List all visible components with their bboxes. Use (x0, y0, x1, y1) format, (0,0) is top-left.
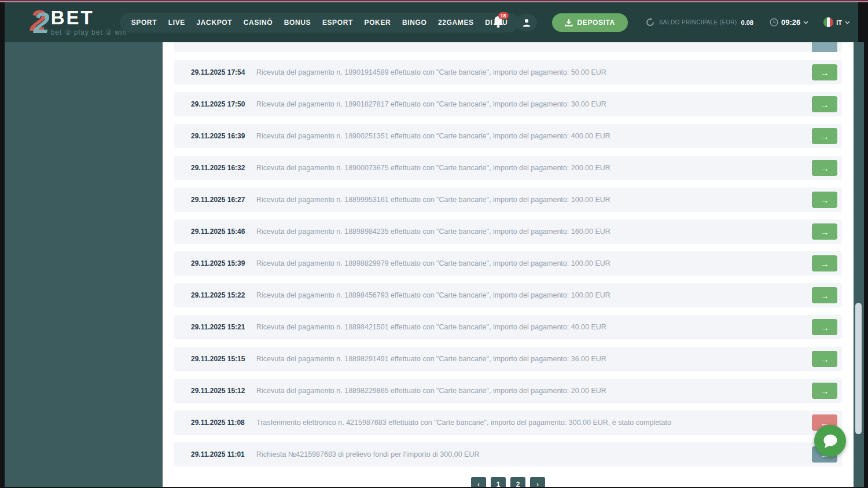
page-scrollbar-thumb[interactable] (855, 303, 862, 434)
arrow-right-icon: → (821, 131, 829, 141)
arrow-right-icon: → (821, 354, 829, 364)
transaction-row: 29.11.2025 15:15Ricevuta del pagamento n… (174, 347, 842, 371)
download-icon (565, 19, 573, 27)
transaction-date: 29.11.2025 11:01 (191, 450, 256, 458)
transaction-description: Ricevuta del pagamento n. 18898421501 ef… (256, 323, 812, 331)
transaction-date: 29.11.2025 17:50 (191, 100, 256, 108)
nav-item-bingo[interactable]: BINGO (402, 19, 426, 27)
arrow-right-icon: → (821, 386, 829, 396)
transaction-row: 29.11.2025 16:27Ricevuta del pagamento n… (174, 188, 842, 212)
refresh-icon[interactable] (645, 17, 655, 27)
deposit-button[interactable]: DEPOSITA (552, 13, 628, 32)
transaction-description: Ricevuta del pagamento n. 18898456793 ef… (256, 291, 812, 299)
language-code: IT (836, 19, 842, 26)
header-controls: 18 DEPOSITA SALDO P (492, 2, 850, 42)
time-value: 09:26 (781, 18, 800, 27)
transaction-row: 29.11.2025 15:12Ricevuta del pagamento n… (174, 379, 842, 403)
balance-label: SALDO PRINCIPALE (EUR) (659, 19, 737, 25)
transaction-row: 29.11.2025 15:46Ricevuta del pagamento n… (174, 219, 842, 244)
transaction-detail-button[interactable]: → (812, 255, 837, 271)
arrow-right-icon: → (821, 68, 829, 78)
logo-tagline: bet ② play bet ② win (51, 28, 127, 36)
language-selector[interactable]: IT (823, 17, 850, 27)
transaction-description: Ricevuta del pagamento n. 18898291491 ef… (256, 355, 812, 363)
page: 22 BET bet ② play bet ② win SPORTLIVEJAC… (0, 0, 868, 488)
transaction-description: Ricevuta del pagamento n. 18898984235 ef… (256, 228, 812, 236)
transaction-detail-button[interactable]: → (812, 223, 837, 240)
italy-flag-icon (823, 17, 833, 27)
transaction-row: 29.11.2025 17:50Ricevuta del pagamento n… (174, 92, 842, 116)
nav-item-bonus[interactable]: BONUS (284, 19, 311, 27)
transaction-date: 29.11.2025 17:54 (191, 68, 256, 76)
balance-display[interactable]: SALDO PRINCIPALE (EUR) 0.08 (645, 17, 753, 27)
nav-item-jackpot[interactable]: JACKPOT (197, 19, 233, 27)
transaction-description: Ricevuta del pagamento n. 18901827817 ef… (256, 100, 812, 108)
transaction-row: 29.11.2025 15:21Ricevuta del pagamento n… (174, 315, 842, 339)
transaction-detail-button[interactable]: → (812, 64, 837, 80)
transaction-date: 29.11.2025 15:39 (191, 259, 256, 267)
clock-icon (770, 18, 778, 27)
transaction-description: Ricevuta del pagamento n. 18900251351 ef… (256, 132, 812, 140)
time-selector[interactable]: 09:26 (770, 18, 808, 27)
logo-22-mark: 22 (30, 5, 47, 37)
notifications-button[interactable]: 18 (492, 15, 507, 30)
transaction-row: 29.11.2025 17:54Ricevuta del pagamento n… (174, 60, 842, 85)
deposit-button-label: DEPOSITA (578, 19, 615, 27)
notification-badge: 18 (498, 12, 509, 19)
transaction-row: 29.11.2025 11:01Richiesta №4215987683 di… (174, 442, 842, 467)
transaction-date: 29.11.2025 15:22 (191, 291, 256, 299)
arrow-right-icon: → (821, 322, 829, 332)
transaction-date: 29.11.2025 15:15 (191, 355, 256, 363)
transaction-detail-button[interactable]: → (812, 351, 837, 367)
account-button[interactable] (516, 14, 537, 31)
arrow-right-icon: → (821, 163, 829, 173)
arrow-right-icon: → (821, 100, 829, 109)
arrow-right-icon: → (821, 195, 829, 205)
arrow-right-icon: → (821, 227, 829, 237)
transaction-description: Trasferimento elettronico n. 4215987683 … (256, 419, 812, 427)
chevron-down-icon (845, 21, 850, 24)
transaction-description: Ricevuta del pagamento n. 18899953161 ef… (256, 196, 812, 204)
live-chat-button[interactable] (814, 425, 846, 457)
transaction-date: 29.11.2025 15:21 (191, 323, 256, 331)
chat-bubble-icon (822, 433, 839, 449)
transaction-detail-button[interactable]: → (812, 160, 837, 176)
transaction-date: 29.11.2025 11:08 (191, 419, 256, 427)
transaction-description: Ricevuta del pagamento n. 18898829979 ef… (256, 259, 812, 267)
nav-item-casin-[interactable]: CASINÒ (244, 19, 273, 27)
transaction-list: 29.11.2025 17:54Ricevuta del pagamento n… (174, 60, 842, 467)
transaction-row: 29.11.2025 15:39Ricevuta del pagamento n… (174, 251, 842, 276)
transaction-description: Richiesta №4215987683 di prelievo fondi … (256, 450, 812, 458)
transaction-date: 29.11.2025 16:27 (191, 196, 256, 204)
arrow-right-icon: → (821, 291, 829, 300)
transaction-detail-button[interactable]: → (812, 287, 837, 303)
transaction-row: 29.11.2025 16:39Ricevuta del pagamento n… (174, 124, 842, 148)
top-navigation-bar: 22 BET bet ② play bet ② win SPORTLIVEJAC… (5, 2, 858, 42)
balance-value: 0.08 (741, 19, 753, 26)
nav-item-poker[interactable]: POKER (365, 19, 391, 27)
transaction-row-partial (174, 42, 842, 52)
transaction-detail-button[interactable] (812, 42, 837, 52)
nav-item-esport[interactable]: ESPORT (322, 19, 353, 27)
logo-bet-text: BET (51, 9, 127, 27)
nav-item-sport[interactable]: SPORT (131, 19, 157, 27)
transaction-date: 29.11.2025 15:12 (191, 387, 256, 395)
left-sidebar (5, 42, 163, 488)
transaction-detail-button[interactable]: → (812, 128, 837, 144)
transaction-row: 29.11.2025 11:08Trasferimento elettronic… (174, 410, 842, 435)
transaction-description: Ricevuta del pagamento n. 18898229865 ef… (256, 387, 812, 395)
nav-item-live[interactable]: LIVE (168, 19, 185, 27)
transaction-detail-button[interactable]: → (812, 319, 837, 335)
transaction-detail-button[interactable]: → (812, 383, 837, 399)
transaction-date: 29.11.2025 16:39 (191, 132, 256, 140)
transaction-detail-button[interactable]: → (812, 192, 837, 208)
page-scrollbar-track[interactable] (854, 42, 864, 488)
transaction-detail-button[interactable]: → (812, 96, 837, 112)
transaction-row: 29.11.2025 16:32Ricevuta del pagamento n… (174, 156, 842, 180)
user-icon (522, 18, 531, 27)
nav-item-22games[interactable]: 22GAMES (438, 19, 474, 27)
transaction-date: 29.11.2025 16:32 (191, 164, 256, 172)
main-nav: SPORTLIVEJACKPOTCASINÒBONUSESPORTPOKERBI… (120, 13, 519, 32)
site-logo[interactable]: 22 BET bet ② play bet ② win (30, 5, 127, 37)
transaction-description: Ricevuta del pagamento n. 18900073675 ef… (256, 164, 812, 172)
